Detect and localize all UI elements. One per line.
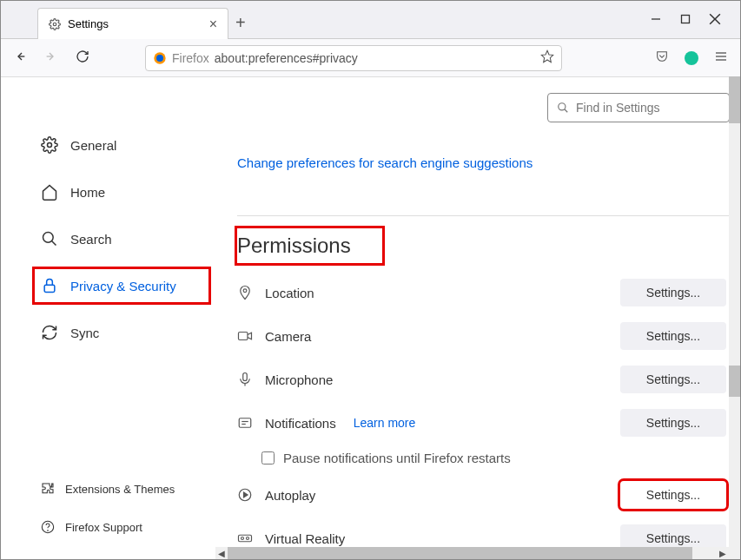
- search-icon: [557, 102, 569, 114]
- sidebar-item-label: General: [70, 138, 116, 153]
- tab-title: Settings: [68, 17, 109, 30]
- sidebar-item-home[interactable]: Home: [36, 176, 208, 208]
- close-window-icon[interactable]: [709, 13, 721, 25]
- find-in-settings-input[interactable]: Find in Settings: [547, 93, 730, 122]
- permission-row-notifications: Notifications Learn more Settings...: [237, 409, 730, 437]
- svg-rect-2: [682, 16, 690, 23]
- main-panel: Find in Settings Change preferences for …: [215, 77, 740, 560]
- new-tab-button[interactable]: +: [235, 13, 246, 33]
- scrollbar-thumb[interactable]: [228, 547, 692, 559]
- location-settings-button[interactable]: Settings...: [620, 279, 726, 306]
- sidebar-item-label: Sync: [70, 326, 99, 340]
- sidebar-item-label: Privacy & Security: [70, 279, 176, 293]
- toolbar: Firefox about:preferences#privacy: [1, 39, 740, 77]
- url-path: about:preferences#privacy: [215, 51, 358, 65]
- minimize-icon[interactable]: [650, 13, 662, 25]
- permission-label: Location: [265, 286, 314, 300]
- autoplay-icon: [237, 487, 253, 503]
- permission-row-location: Location Settings...: [237, 279, 730, 306]
- svg-rect-30: [239, 535, 252, 542]
- svg-point-0: [53, 23, 56, 26]
- svg-line-20: [565, 109, 568, 113]
- puzzle-icon: [41, 482, 55, 496]
- svg-rect-23: [243, 373, 248, 381]
- title-bar: Settings × +: [1, 1, 740, 39]
- reload-button[interactable]: [76, 49, 89, 67]
- gear-icon: [41, 136, 58, 154]
- search-icon: [41, 230, 58, 247]
- sidebar-item-search[interactable]: Search: [36, 223, 208, 254]
- permission-row-autoplay: Autoplay Settings...: [237, 481, 730, 509]
- sidebar-item-label: Home: [70, 185, 105, 200]
- camera-settings-button[interactable]: Settings...: [620, 322, 726, 350]
- scrollbar-thumb[interactable]: [729, 76, 740, 123]
- bookmark-star-icon[interactable]: [540, 49, 554, 66]
- sidebar-item-general[interactable]: General: [36, 129, 208, 161]
- maximize-icon[interactable]: [679, 13, 691, 25]
- browser-tab[interactable]: Settings ×: [37, 8, 228, 39]
- microphone-settings-button[interactable]: Settings...: [620, 366, 726, 393]
- find-placeholder: Find in Settings: [576, 101, 660, 115]
- forward-button[interactable]: [44, 49, 58, 67]
- sidebar: General Home Search Privacy & Security S…: [1, 77, 215, 560]
- sidebar-item-sync[interactable]: Sync: [36, 317, 208, 348]
- scrollbar-thumb-inner[interactable]: [729, 366, 740, 397]
- svg-rect-16: [44, 285, 55, 292]
- home-icon: [41, 183, 58, 201]
- url-bar[interactable]: Firefox about:preferences#privacy: [145, 45, 562, 71]
- notifications-settings-button[interactable]: Settings...: [620, 409, 726, 437]
- svg-rect-25: [239, 418, 251, 428]
- pocket-icon[interactable]: [655, 49, 669, 67]
- scroll-right-icon[interactable]: ▶: [717, 549, 729, 558]
- menu-icon[interactable]: [714, 49, 728, 67]
- window-controls: [650, 1, 740, 25]
- location-icon: [237, 285, 253, 300]
- firefox-icon: [153, 51, 167, 65]
- pause-notifications-row: Pause notifications until Firefox restar…: [261, 451, 730, 465]
- notifications-icon: [237, 415, 253, 431]
- help-icon: [41, 520, 55, 534]
- gear-icon: [49, 18, 61, 30]
- sync-icon: [41, 324, 58, 341]
- lock-icon: [41, 277, 58, 294]
- sidebar-item-extensions[interactable]: Extensions & Themes: [36, 475, 180, 503]
- scroll-left-icon[interactable]: ◀: [215, 549, 228, 558]
- permission-row-camera: Camera Settings...: [237, 322, 730, 350]
- back-button[interactable]: [13, 49, 27, 67]
- sidebar-item-label: Firefox Support: [65, 521, 142, 534]
- learn-more-link[interactable]: Learn more: [354, 416, 416, 430]
- extension-icon[interactable]: [685, 51, 698, 65]
- svg-marker-29: [244, 492, 248, 497]
- svg-point-18: [48, 530, 49, 531]
- sidebar-item-support[interactable]: Firefox Support: [36, 513, 180, 541]
- permission-label: Autoplay: [265, 488, 315, 503]
- svg-point-8: [156, 55, 163, 62]
- sidebar-item-label: Search: [70, 232, 112, 247]
- permission-label: Virtual Reality: [265, 531, 345, 546]
- permission-row-microphone: Microphone Settings...: [237, 366, 730, 393]
- search-suggestions-link[interactable]: Change preferences for search engine sug…: [237, 155, 730, 170]
- sidebar-item-privacy-security[interactable]: Privacy & Security: [36, 270, 208, 301]
- svg-point-19: [559, 103, 566, 110]
- svg-point-21: [243, 289, 247, 293]
- svg-line-15: [52, 241, 56, 246]
- permission-label: Microphone: [265, 372, 333, 387]
- scrollbar-horizontal[interactable]: ◀ ▶: [215, 547, 729, 559]
- autoplay-settings-button[interactable]: Settings...: [620, 481, 726, 509]
- permission-label: Notifications: [265, 416, 336, 431]
- svg-point-14: [43, 233, 54, 243]
- permission-label: Camera: [265, 329, 311, 344]
- svg-rect-22: [239, 333, 248, 340]
- svg-marker-9: [541, 50, 552, 62]
- pause-notifications-checkbox[interactable]: [261, 451, 275, 464]
- microphone-icon: [237, 372, 253, 387]
- close-tab-icon[interactable]: ×: [209, 16, 217, 32]
- pause-notifications-label: Pause notifications until Firefox restar…: [283, 451, 511, 465]
- content-area: General Home Search Privacy & Security S…: [1, 77, 740, 560]
- svg-point-31: [241, 537, 244, 540]
- url-prefix: Firefox: [172, 51, 209, 65]
- sidebar-item-label: Extensions & Themes: [65, 483, 175, 496]
- section-heading-permissions: Permissions: [237, 228, 382, 263]
- scrollbar-vertical[interactable]: [729, 76, 740, 559]
- svg-point-32: [247, 537, 249, 540]
